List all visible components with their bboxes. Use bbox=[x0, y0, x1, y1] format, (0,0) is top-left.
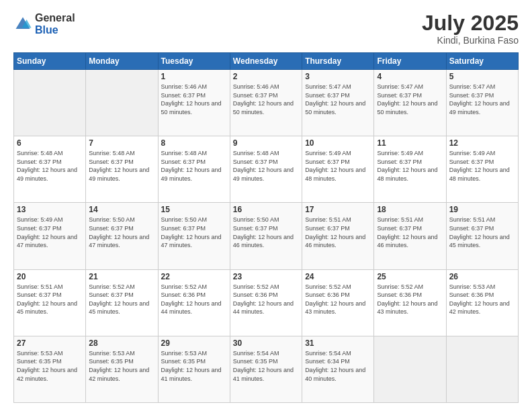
table-row: 18Sunrise: 5:51 AM Sunset: 6:37 PM Dayli… bbox=[374, 203, 446, 269]
day-number: 26 bbox=[449, 272, 515, 281]
day-info: Sunrise: 5:49 AM Sunset: 6:37 PM Dayligh… bbox=[17, 216, 83, 249]
day-number: 12 bbox=[449, 138, 515, 148]
day-number: 17 bbox=[305, 205, 371, 214]
day-info: Sunrise: 5:54 AM Sunset: 6:34 PM Dayligh… bbox=[305, 349, 371, 383]
day-number: 7 bbox=[89, 138, 154, 148]
day-info: Sunrise: 5:48 AM Sunset: 6:37 PM Dayligh… bbox=[89, 149, 154, 183]
table-row: 21Sunrise: 5:52 AM Sunset: 6:37 PM Dayli… bbox=[86, 269, 158, 336]
day-number: 15 bbox=[161, 205, 227, 214]
day-number: 16 bbox=[233, 205, 299, 214]
day-number: 20 bbox=[17, 272, 83, 281]
table-row bbox=[14, 70, 86, 136]
day-number: 25 bbox=[377, 272, 443, 281]
day-info: Sunrise: 5:50 AM Sunset: 6:37 PM Dayligh… bbox=[161, 216, 227, 249]
day-info: Sunrise: 5:53 AM Sunset: 6:35 PM Dayligh… bbox=[161, 349, 227, 383]
location-subtitle: Kindi, Burkina Faso bbox=[422, 35, 519, 46]
day-info: Sunrise: 5:47 AM Sunset: 6:37 PM Dayligh… bbox=[377, 83, 443, 116]
day-info: Sunrise: 5:51 AM Sunset: 6:37 PM Dayligh… bbox=[449, 216, 515, 249]
col-saturday: Saturday bbox=[446, 53, 518, 70]
col-wednesday: Wednesday bbox=[230, 53, 302, 70]
day-info: Sunrise: 5:48 AM Sunset: 6:37 PM Dayligh… bbox=[233, 149, 299, 183]
col-tuesday: Tuesday bbox=[158, 53, 230, 70]
day-number: 1 bbox=[161, 72, 227, 81]
day-info: Sunrise: 5:52 AM Sunset: 6:37 PM Dayligh… bbox=[89, 283, 154, 316]
calendar-week-2: 6Sunrise: 5:48 AM Sunset: 6:37 PM Daylig… bbox=[14, 136, 519, 203]
day-info: Sunrise: 5:52 AM Sunset: 6:36 PM Dayligh… bbox=[305, 283, 371, 316]
day-info: Sunrise: 5:52 AM Sunset: 6:36 PM Dayligh… bbox=[377, 283, 443, 316]
day-info: Sunrise: 5:50 AM Sunset: 6:37 PM Dayligh… bbox=[233, 216, 299, 249]
page-header: General Blue July 2025 Kindi, Burkina Fa… bbox=[13, 12, 519, 46]
table-row: 26Sunrise: 5:53 AM Sunset: 6:36 PM Dayli… bbox=[446, 269, 518, 336]
table-row: 11Sunrise: 5:49 AM Sunset: 6:37 PM Dayli… bbox=[374, 136, 446, 203]
day-number: 28 bbox=[89, 338, 154, 348]
col-sunday: Sunday bbox=[14, 53, 86, 70]
table-row: 1Sunrise: 5:46 AM Sunset: 6:37 PM Daylig… bbox=[158, 70, 230, 136]
table-row: 25Sunrise: 5:52 AM Sunset: 6:36 PM Dayli… bbox=[374, 269, 446, 336]
table-row: 17Sunrise: 5:51 AM Sunset: 6:37 PM Dayli… bbox=[302, 203, 374, 269]
day-info: Sunrise: 5:51 AM Sunset: 6:37 PM Dayligh… bbox=[17, 283, 83, 316]
calendar-week-5: 27Sunrise: 5:53 AM Sunset: 6:35 PM Dayli… bbox=[14, 336, 519, 402]
table-row: 15Sunrise: 5:50 AM Sunset: 6:37 PM Dayli… bbox=[158, 203, 230, 269]
table-row: 9Sunrise: 5:48 AM Sunset: 6:37 PM Daylig… bbox=[230, 136, 302, 203]
day-number: 8 bbox=[161, 138, 227, 148]
table-row: 30Sunrise: 5:54 AM Sunset: 6:35 PM Dayli… bbox=[230, 336, 302, 402]
day-info: Sunrise: 5:50 AM Sunset: 6:37 PM Dayligh… bbox=[89, 216, 154, 249]
calendar-header-row: Sunday Monday Tuesday Wednesday Thursday… bbox=[14, 53, 519, 70]
calendar-week-4: 20Sunrise: 5:51 AM Sunset: 6:37 PM Dayli… bbox=[14, 269, 519, 336]
logo-blue-text: Blue bbox=[35, 24, 75, 36]
day-number: 10 bbox=[305, 138, 371, 148]
day-number: 23 bbox=[233, 272, 299, 281]
day-number: 4 bbox=[377, 72, 443, 81]
table-row bbox=[446, 336, 518, 402]
logo-icon bbox=[13, 15, 32, 34]
table-row: 29Sunrise: 5:53 AM Sunset: 6:35 PM Dayli… bbox=[158, 336, 230, 402]
day-number: 22 bbox=[161, 272, 227, 281]
table-row: 3Sunrise: 5:47 AM Sunset: 6:37 PM Daylig… bbox=[302, 70, 374, 136]
table-row: 12Sunrise: 5:49 AM Sunset: 6:37 PM Dayli… bbox=[446, 136, 518, 203]
table-row bbox=[374, 336, 446, 402]
table-row: 10Sunrise: 5:49 AM Sunset: 6:37 PM Dayli… bbox=[302, 136, 374, 203]
day-info: Sunrise: 5:52 AM Sunset: 6:36 PM Dayligh… bbox=[233, 283, 299, 316]
day-number: 19 bbox=[449, 205, 515, 214]
day-info: Sunrise: 5:49 AM Sunset: 6:37 PM Dayligh… bbox=[305, 149, 371, 183]
logo-general-text: General bbox=[35, 12, 75, 24]
table-row: 14Sunrise: 5:50 AM Sunset: 6:37 PM Dayli… bbox=[86, 203, 158, 269]
table-row: 27Sunrise: 5:53 AM Sunset: 6:35 PM Dayli… bbox=[14, 336, 86, 402]
logo: General Blue bbox=[13, 12, 75, 36]
table-row: 13Sunrise: 5:49 AM Sunset: 6:37 PM Dayli… bbox=[14, 203, 86, 269]
title-block: July 2025 Kindi, Burkina Faso bbox=[422, 12, 519, 46]
table-row: 23Sunrise: 5:52 AM Sunset: 6:36 PM Dayli… bbox=[230, 269, 302, 336]
table-row: 2Sunrise: 5:46 AM Sunset: 6:37 PM Daylig… bbox=[230, 70, 302, 136]
col-friday: Friday bbox=[374, 53, 446, 70]
day-info: Sunrise: 5:51 AM Sunset: 6:37 PM Dayligh… bbox=[377, 216, 443, 249]
day-number: 21 bbox=[89, 272, 154, 281]
table-row bbox=[86, 70, 158, 136]
calendar-table: Sunday Monday Tuesday Wednesday Thursday… bbox=[13, 52, 519, 403]
day-number: 6 bbox=[17, 138, 83, 148]
table-row: 20Sunrise: 5:51 AM Sunset: 6:37 PM Dayli… bbox=[14, 269, 86, 336]
day-number: 18 bbox=[377, 205, 443, 214]
table-row: 28Sunrise: 5:53 AM Sunset: 6:35 PM Dayli… bbox=[86, 336, 158, 402]
month-title: July 2025 bbox=[422, 12, 519, 34]
day-info: Sunrise: 5:52 AM Sunset: 6:36 PM Dayligh… bbox=[161, 283, 227, 316]
day-number: 14 bbox=[89, 205, 154, 214]
day-number: 11 bbox=[377, 138, 443, 148]
table-row: 22Sunrise: 5:52 AM Sunset: 6:36 PM Dayli… bbox=[158, 269, 230, 336]
day-number: 27 bbox=[17, 338, 83, 348]
day-info: Sunrise: 5:48 AM Sunset: 6:37 PM Dayligh… bbox=[17, 149, 83, 183]
calendar-week-1: 1Sunrise: 5:46 AM Sunset: 6:37 PM Daylig… bbox=[14, 70, 519, 136]
day-info: Sunrise: 5:46 AM Sunset: 6:37 PM Dayligh… bbox=[161, 83, 227, 116]
day-info: Sunrise: 5:48 AM Sunset: 6:37 PM Dayligh… bbox=[161, 149, 227, 183]
day-info: Sunrise: 5:47 AM Sunset: 6:37 PM Dayligh… bbox=[449, 83, 515, 116]
day-number: 31 bbox=[305, 338, 371, 348]
day-info: Sunrise: 5:53 AM Sunset: 6:35 PM Dayligh… bbox=[89, 349, 154, 383]
calendar-week-3: 13Sunrise: 5:49 AM Sunset: 6:37 PM Dayli… bbox=[14, 203, 519, 269]
day-info: Sunrise: 5:49 AM Sunset: 6:37 PM Dayligh… bbox=[377, 149, 443, 183]
day-number: 29 bbox=[161, 338, 227, 348]
day-info: Sunrise: 5:54 AM Sunset: 6:35 PM Dayligh… bbox=[233, 349, 299, 383]
day-info: Sunrise: 5:49 AM Sunset: 6:37 PM Dayligh… bbox=[449, 149, 515, 183]
day-info: Sunrise: 5:53 AM Sunset: 6:36 PM Dayligh… bbox=[449, 283, 515, 316]
table-row: 7Sunrise: 5:48 AM Sunset: 6:37 PM Daylig… bbox=[86, 136, 158, 203]
day-number: 3 bbox=[305, 72, 371, 81]
day-number: 5 bbox=[449, 72, 515, 81]
